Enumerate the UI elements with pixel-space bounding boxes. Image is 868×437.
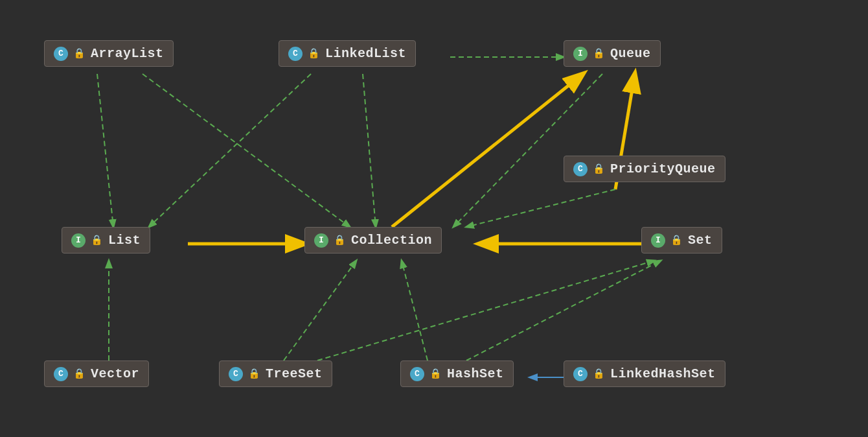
label-list: List [108, 233, 141, 248]
label-treeset: TreeSet [266, 366, 323, 381]
svg-line-9 [466, 189, 615, 227]
svg-line-12 [317, 261, 654, 360]
node-priorityqueue[interactable]: C 🔒 PriorityQueue [564, 156, 725, 182]
badge-linkedhashset: C [573, 367, 588, 381]
label-queue: Queue [610, 46, 651, 61]
label-arraylist: ArrayList [91, 46, 164, 61]
label-linkedhashset: LinkedHashSet [610, 366, 716, 381]
badge-arraylist: C [54, 47, 68, 61]
label-linkedlist: LinkedList [325, 46, 406, 61]
lock-queue: 🔒 [593, 47, 605, 60]
svg-line-8 [363, 74, 376, 227]
badge-collection: I [314, 233, 328, 248]
badge-vector: C [54, 367, 68, 381]
lock-collection: 🔒 [334, 234, 346, 246]
node-vector[interactable]: C 🔒 Vector [44, 360, 149, 387]
node-treeset[interactable]: C 🔒 TreeSet [219, 360, 332, 387]
badge-priorityqueue: C [573, 162, 588, 176]
node-hashset[interactable]: C 🔒 HashSet [400, 360, 514, 387]
lock-linkedlist: 🔒 [308, 47, 320, 60]
lock-hashset: 🔒 [429, 368, 442, 380]
badge-linkedlist: C [288, 47, 303, 61]
node-collection[interactable]: I 🔒 Collection [304, 227, 442, 254]
badge-hashset: C [410, 367, 424, 381]
svg-line-3 [392, 74, 583, 227]
lock-set: 🔒 [670, 234, 683, 246]
lock-vector: 🔒 [73, 368, 86, 380]
label-priorityqueue: PriorityQueue [610, 161, 716, 176]
node-arraylist[interactable]: C 🔒 ArrayList [44, 40, 174, 67]
badge-queue: I [573, 47, 588, 61]
svg-line-11 [284, 261, 356, 360]
node-set[interactable]: I 🔒 Set [641, 227, 722, 254]
lock-priorityqueue: 🔒 [593, 163, 605, 175]
node-queue[interactable]: I 🔒 Queue [564, 40, 661, 67]
lock-treeset: 🔒 [248, 368, 260, 380]
node-linkedlist[interactable]: C 🔒 LinkedList [279, 40, 416, 67]
lock-linkedhashset: 🔒 [593, 368, 605, 380]
node-linkedhashset[interactable]: C 🔒 LinkedHashSet [564, 360, 725, 387]
label-hashset: HashSet [447, 366, 504, 381]
badge-set: I [651, 233, 665, 248]
node-list[interactable]: I 🔒 List [62, 227, 150, 254]
label-collection: Collection [351, 233, 432, 248]
label-vector: Vector [91, 366, 139, 381]
svg-line-13 [402, 261, 428, 360]
lock-list: 🔒 [91, 234, 103, 246]
svg-line-5 [97, 74, 113, 227]
svg-line-15 [453, 74, 602, 227]
badge-list: I [71, 233, 86, 248]
badge-treeset: C [229, 367, 243, 381]
svg-line-7 [149, 74, 311, 227]
lock-arraylist: 🔒 [73, 47, 86, 60]
svg-line-6 [143, 74, 350, 227]
svg-line-14 [466, 261, 661, 360]
label-set: Set [688, 233, 713, 248]
